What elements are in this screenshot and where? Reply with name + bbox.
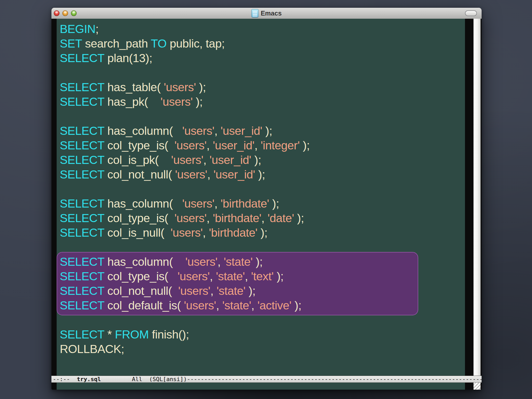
code-line: SELECT plan(13); — [60, 51, 465, 65]
code-line: SELECT has_column( 'users', 'user_id' ); — [60, 124, 465, 138]
editor-frame: BEGIN;SET search_path TO public, tap;SEL… — [51, 19, 482, 376]
code-line: SELECT col_is_null( 'users', 'birthdate'… — [60, 225, 465, 240]
emacs-app-icon — [251, 9, 258, 17]
code-line: BEGIN; — [60, 22, 465, 36]
resize-grip-icon[interactable] — [473, 383, 481, 390]
code-line: SELECT col_is_pk( 'users', 'user_id' ); — [60, 153, 465, 167]
titlebar[interactable]: Emacs — [51, 8, 482, 19]
title-group: Emacs — [251, 9, 282, 17]
code-line: SELECT col_default_is( 'users', 'state',… — [60, 298, 418, 313]
emacs-window: Emacs BEGIN;SET search_path TO public, t… — [51, 8, 482, 390]
code-line: SELECT col_type_is( 'users', 'state', 't… — [60, 269, 418, 284]
close-button[interactable] — [54, 10, 59, 16]
modeline-gap2 — [142, 376, 149, 382]
code-line: SELECT * FROM finish(); — [60, 327, 465, 342]
code-line: SELECT col_not_null( 'users', 'user_id' … — [60, 167, 465, 182]
code-line: SELECT has_pk( 'users' ); — [60, 95, 465, 109]
window-title: Emacs — [261, 10, 282, 17]
buffer-text-area[interactable]: BEGIN;SET search_path TO public, tap;SEL… — [57, 19, 465, 376]
modeline-prefix: --:-- — [53, 376, 77, 382]
toolbar-toggle-button[interactable] — [465, 10, 477, 16]
modeline-major-mode: (SQL[ansi]) — [149, 376, 187, 382]
code-line: SELECT col_not_null( 'users', 'state' ); — [60, 284, 418, 298]
code-line: SELECT has_column( 'users', 'birthdate' … — [60, 196, 465, 211]
minimize-button[interactable] — [62, 10, 68, 16]
modeline-position: All — [132, 376, 142, 382]
code-line: SELECT has_table( 'users' ); — [60, 80, 465, 95]
minibuffer[interactable] — [57, 383, 465, 390]
code-line — [60, 182, 465, 196]
modeline: --:-- try.sql All (SQL[ansi])-----------… — [51, 376, 482, 383]
code-line: SELECT has_column( 'users', 'state' ); — [60, 255, 418, 269]
code-line: SELECT col_type_is( 'users', 'user_id', … — [60, 138, 465, 153]
code-line: SET search_path TO public, tap; — [60, 36, 465, 51]
code-line — [60, 109, 465, 124]
code-line: ROLLBACK; — [60, 342, 465, 356]
modeline-dashes: ----------------------------------------… — [187, 376, 482, 382]
zoom-button[interactable] — [71, 10, 77, 16]
code-area: BEGIN;SET search_path TO public, tap;SEL… — [57, 19, 465, 356]
selection-highlight: SELECT has_column( 'users', 'state' );SE… — [57, 252, 418, 315]
code-line: SELECT col_type_is( 'users', 'birthdate'… — [60, 211, 465, 225]
modeline-gap1 — [101, 376, 132, 382]
minibuffer-row — [51, 383, 482, 390]
window-controls — [54, 10, 77, 16]
code-line — [60, 65, 465, 80]
vertical-scrollbar[interactable] — [473, 19, 481, 376]
modeline-buffer-name: try.sql — [77, 376, 101, 382]
